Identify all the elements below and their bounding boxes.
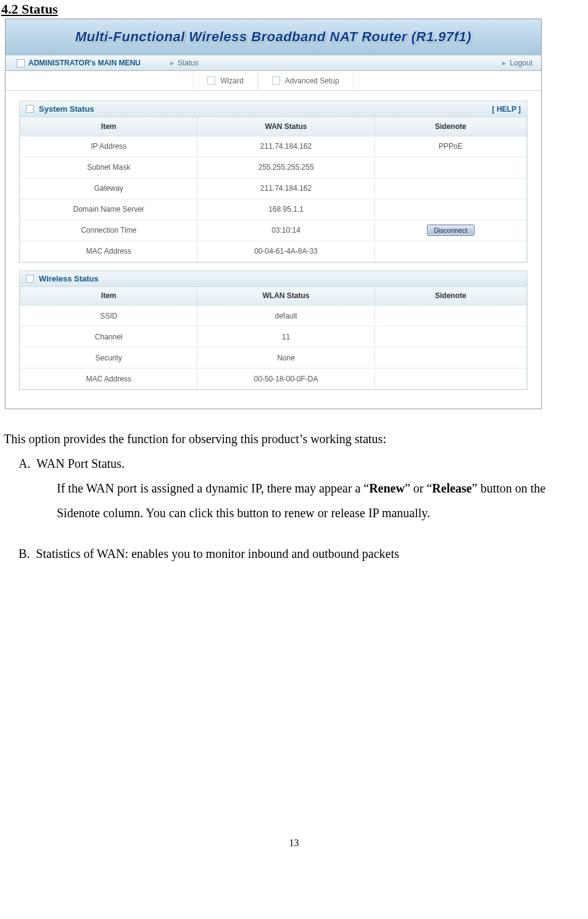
wireless-status-title: Wireless Status — [26, 274, 99, 283]
wireless-status-panel: Wireless Status Item WLAN Status Sidenot… — [19, 270, 528, 391]
cell-value: 11 — [197, 326, 375, 347]
main-menu-bar: ADMINISTRATOR's MAIN MENU Status Logout — [6, 55, 541, 71]
cell-item: Gateway — [20, 178, 197, 199]
col-wlan-status: WLAN Status — [197, 287, 375, 306]
item-b-text: Statistics of WAN: enables you to monito… — [36, 547, 399, 560]
status-menu-item[interactable]: Status — [170, 59, 199, 67]
router-screenshot: Multi-Functional Wireless Broadband NAT … — [5, 19, 542, 409]
item-a-label: A. — [19, 457, 30, 470]
tab-wizard[interactable]: Wizard — [193, 73, 257, 89]
system-status-panel: System Status [ HELP ] Item WAN Status S… — [19, 101, 528, 263]
logout-menu-item[interactable]: Logout — [502, 59, 532, 67]
cell-value: 211.74.184.162 — [197, 178, 375, 199]
cell-value: None — [197, 347, 375, 368]
cell-value: 255.255.255.255 — [197, 157, 375, 178]
col-sidenote: Sidenote — [375, 117, 526, 136]
cell-value: default — [197, 306, 375, 326]
text: If the WAN port is assigned a dynamic IP… — [57, 481, 369, 495]
banner: Multi-Functional Wireless Broadband NAT … — [6, 19, 541, 55]
cell-sidenote — [375, 347, 526, 368]
system-status-table: Item WAN Status Sidenote IP Address211.7… — [20, 117, 527, 262]
list-item-b: B. Statistics of WAN: enables you to mon… — [38, 541, 584, 566]
table-row: Domain Name Server168.95.1.1 — [20, 199, 527, 220]
table-row: IP Address211.74.184.162PPPoE — [20, 136, 527, 157]
table-row: SSIDdefault — [20, 306, 527, 326]
document-body: This option provides the function for ob… — [1, 409, 587, 566]
table-row: SecurityNone — [20, 347, 527, 368]
table-row: Channel11 — [20, 326, 527, 347]
table-row: Gateway211.74.184.162 — [20, 178, 527, 199]
cell-item: Security — [20, 347, 197, 368]
col-wan-status: WAN Status — [197, 117, 375, 136]
col-item: Item — [20, 117, 197, 136]
cell-value: 00-50-18-00-0F-DA — [197, 368, 375, 389]
list-item-a: A. WAN Port Status. — [38, 451, 584, 476]
cell-item: Connection Time — [20, 220, 197, 241]
renew-bold: Renew — [369, 481, 405, 495]
cell-sidenote — [375, 368, 526, 389]
table-row: Connection Time03:10:14Disconnect — [20, 220, 527, 241]
item-a-title: WAN Port Status. — [36, 457, 125, 470]
cell-item: SSID — [20, 306, 197, 326]
page-number: 13 — [1, 566, 587, 855]
cell-sidenote — [375, 241, 526, 262]
help-link[interactable]: [ HELP ] — [492, 105, 521, 114]
col-sidenote: Sidenote — [375, 287, 526, 306]
content-area: System Status [ HELP ] Item WAN Status S… — [6, 91, 541, 409]
item-a-body: If the WAN port is assigned a dynamic IP… — [57, 476, 584, 525]
item-b-label: B. — [19, 547, 30, 560]
cell-sidenote — [375, 178, 526, 199]
text: ” or “ — [405, 481, 432, 495]
cell-value: 00-04-61-4A-8A-33 — [197, 241, 375, 262]
wireless-status-table: Item WLAN Status Sidenote SSIDdefaultCha… — [20, 287, 527, 390]
wireless-status-header: Wireless Status — [20, 271, 527, 287]
cell-sidenote — [375, 306, 526, 326]
intro-text: This option provides the function for ob… — [4, 426, 584, 451]
table-row: Subnet Mask255.255.255.255 — [20, 157, 527, 178]
cell-value: 211.74.184.162 — [197, 136, 375, 157]
system-status-header: System Status [ HELP ] — [20, 101, 527, 117]
disconnect-button[interactable]: Disconnect — [427, 225, 474, 236]
cell-value: 168.95.1.1 — [197, 199, 375, 220]
cell-item: Domain Name Server — [20, 199, 197, 220]
table-row: MAC Address00-04-61-4A-8A-33 — [20, 241, 527, 262]
col-item: Item — [20, 287, 197, 306]
cell-item: Subnet Mask — [20, 157, 197, 178]
section-heading: 4.2 Status — [1, 1, 587, 17]
cell-item: MAC Address — [20, 368, 197, 389]
cell-item: MAC Address — [20, 241, 197, 262]
table-row: MAC Address00-50-18-00-0F-DA — [20, 368, 527, 389]
banner-title: Multi-Functional Wireless Broadband NAT … — [75, 29, 471, 44]
cell-value: 03:10:14 — [197, 220, 375, 241]
cell-sidenote — [375, 157, 526, 178]
cell-sidenote: PPPoE — [375, 136, 526, 157]
cell-sidenote — [375, 326, 526, 347]
cell-item: IP Address — [20, 136, 197, 157]
tabs-row: Wizard Advanced Setup — [6, 71, 541, 91]
admin-menu-label[interactable]: ADMINISTRATOR's MAIN MENU — [17, 59, 141, 67]
tab-advanced-label: Advanced Setup — [285, 77, 339, 85]
tab-advanced-setup[interactable]: Advanced Setup — [258, 73, 354, 89]
cell-item: Channel — [20, 326, 197, 347]
cell-sidenote: Disconnect — [375, 220, 526, 241]
tab-wizard-label: Wizard — [220, 77, 243, 85]
system-status-title: System Status — [26, 104, 94, 114]
release-bold: Release — [432, 481, 471, 495]
cell-sidenote — [375, 199, 526, 220]
